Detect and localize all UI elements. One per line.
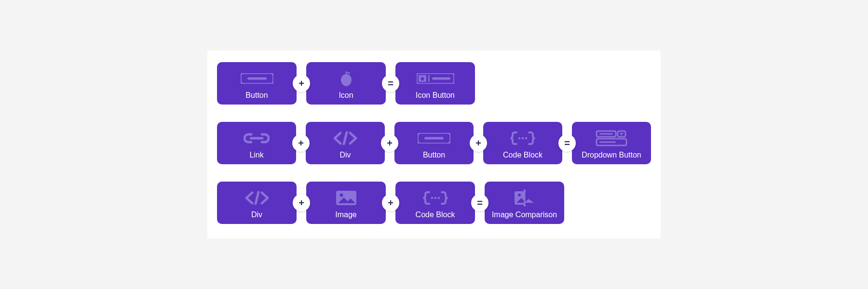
- button-icon: [217, 69, 297, 88]
- tile-div: Div: [217, 182, 297, 224]
- codeblock-icon: [483, 129, 562, 148]
- tile-label: Div: [251, 210, 262, 219]
- link-icon: [217, 129, 296, 148]
- operator-equals: =: [471, 194, 488, 211]
- svg-point-28: [518, 194, 521, 197]
- svg-marker-18: [620, 133, 624, 135]
- svg-point-26: [437, 197, 440, 199]
- tile-button: Button: [394, 122, 474, 164]
- tile-label: Button: [423, 151, 445, 159]
- tile-link: Link: [217, 122, 296, 164]
- tile-div: Div: [306, 122, 385, 164]
- svg-rect-20: [599, 142, 616, 143]
- operator-plus: +: [382, 194, 399, 211]
- tile-label: Icon Button: [416, 91, 455, 100]
- tile-image-comparison: Image Comparison: [485, 182, 564, 224]
- equation-row: Button + Icon = Icon Button: [217, 62, 651, 105]
- svg-rect-2: [345, 71, 347, 74]
- tile-code-block: Code Block: [483, 122, 562, 164]
- button-icon: [394, 129, 474, 148]
- image-icon: [306, 188, 386, 208]
- tile-image: Image: [306, 182, 386, 224]
- operator-plus: +: [381, 134, 398, 152]
- code-icon: [217, 188, 297, 208]
- tile-label: Div: [339, 151, 351, 159]
- svg-rect-7: [432, 78, 450, 80]
- operator-equals: =: [558, 134, 576, 152]
- tile-dropdown-button: Dropdown Button: [572, 122, 651, 164]
- svg-point-24: [431, 197, 433, 199]
- svg-point-23: [339, 194, 343, 197]
- tile-label: Link: [249, 151, 263, 159]
- tile-code-block: Code Block: [395, 182, 475, 224]
- svg-line-9: [344, 132, 347, 144]
- svg-point-12: [518, 137, 521, 140]
- operator-equals: =: [382, 75, 399, 92]
- svg-line-21: [256, 192, 258, 204]
- svg-point-25: [434, 197, 436, 199]
- operator-plus: +: [293, 75, 310, 92]
- codeblock-icon: [395, 188, 475, 208]
- equation-row: Div + Image + Code Block = Image Compari…: [217, 182, 651, 224]
- svg-rect-6: [428, 75, 430, 82]
- equation-row: Link + Div + Button + Code Block =: [217, 122, 651, 164]
- tile-label: Image Comparison: [492, 210, 557, 219]
- tile-label: Icon: [339, 91, 353, 100]
- svg-marker-32: [523, 189, 526, 191]
- tile-label: Code Block: [503, 151, 542, 159]
- svg-marker-33: [523, 205, 526, 207]
- tile-label: Button: [245, 91, 268, 100]
- image-compare-icon: [485, 188, 564, 208]
- operator-plus: +: [293, 194, 310, 211]
- tile-icon: Icon: [306, 62, 386, 105]
- apple-icon: [306, 69, 386, 88]
- dropdown-icon: [572, 129, 651, 148]
- tile-icon-button: Icon Button: [395, 62, 475, 105]
- svg-rect-11: [424, 137, 444, 140]
- svg-point-13: [522, 137, 524, 140]
- tile-button: Button: [217, 62, 297, 105]
- svg-rect-16: [599, 133, 613, 135]
- operator-plus: +: [292, 134, 310, 152]
- tile-label: Image: [335, 210, 356, 219]
- operator-plus: +: [470, 134, 487, 152]
- svg-rect-1: [247, 78, 267, 80]
- code-icon: [306, 129, 385, 148]
- svg-point-14: [525, 137, 528, 140]
- icon-button-icon: [395, 69, 475, 88]
- tile-label: Dropdown Button: [582, 151, 641, 159]
- equations-panel: Button + Icon = Icon Button Link +: [207, 51, 661, 238]
- tile-label: Code Block: [416, 210, 455, 219]
